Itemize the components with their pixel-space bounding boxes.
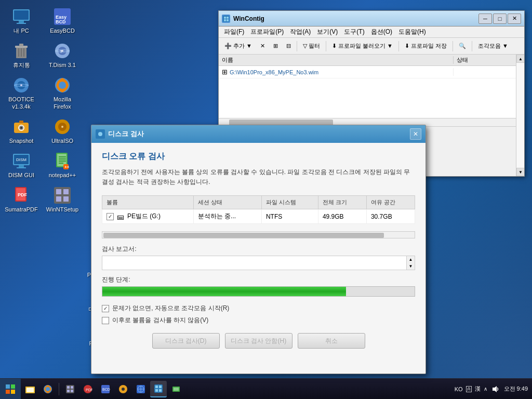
volume-checkbox[interactable] — [107, 213, 114, 220]
scroll-up-button[interactable]: ▲ — [516, 55, 524, 63]
svg-rect-75 — [6, 384, 10, 389]
minimize-button[interactable]: ─ — [478, 14, 492, 24]
checkbox-auto-defrag: 문제가 없으면, 자동으로 조각모음 시작(R) — [102, 304, 415, 313]
scroll-track — [516, 63, 524, 168]
svg-rect-3 — [17, 23, 26, 24]
taskbar-app1[interactable] — [62, 381, 78, 397]
desktop-icon-easybcd[interactable]: EasyBCD EasyBCD — [44, 5, 81, 36]
firefox-label: MozillaFirefox — [54, 96, 71, 110]
table-row: 🖴 PE빌드 (G:) 분석하는 중... NTFS 49.9GB 30.7GB — [102, 209, 415, 224]
toolbar-sep1 — [297, 41, 297, 51]
taskbar-app7[interactable] — [168, 381, 184, 397]
dialog-section-title: 디스크 오류 검사 — [102, 151, 415, 162]
menu-view[interactable]: 보기(V) — [314, 26, 341, 37]
sumatra-label: SumatraPDF — [5, 206, 38, 213]
defrag-label: 조각모음 ▼ — [478, 42, 508, 50]
desktop-icon-ultraiso[interactable]: UltraISO — [44, 115, 81, 147]
toolbar-add-button[interactable]: ➕ 추가 ▼ — [221, 39, 256, 53]
vertical-scrollbar[interactable]: ▲ ▼ — [516, 55, 524, 176]
svg-point-74 — [98, 132, 102, 136]
toolbar-save-profile-button[interactable]: ⬇ 프로파일 저장 — [401, 39, 450, 53]
checkbox-no-scan: 이후로 볼륨을 검사를 하지 않음(V) — [102, 316, 415, 325]
wincontig-title: WinContig — [233, 15, 475, 22]
toolbar-search-button[interactable]: 🔍 — [455, 39, 470, 53]
desktop-icon-notepad[interactable]: ++ notepad++ — [44, 150, 81, 181]
auto-defrag-checkbox[interactable] — [102, 305, 109, 312]
toolbar-sep3 — [398, 41, 399, 51]
taskbar-file-explorer[interactable] — [22, 381, 38, 397]
svg-rect-21 — [19, 165, 24, 167]
desktop-icon-trash[interactable]: 휴지통 — [3, 39, 40, 71]
sumatra-icon: PDF — [12, 186, 31, 205]
taskbar-firefox[interactable] — [39, 381, 56, 397]
desktop-icon-firefox[interactable]: MozillaFirefox — [44, 74, 81, 112]
svg-rect-86 — [71, 386, 73, 389]
menu-options[interactable]: 옵션(O) — [368, 26, 395, 37]
desktop-icon-my-pc[interactable]: 내 PC — [3, 5, 40, 36]
lang-ko[interactable]: KO — [455, 386, 463, 392]
svg-rect-105 — [174, 388, 179, 391]
ime-indicator[interactable]: 🄰 — [466, 386, 472, 392]
tray-expand[interactable]: ∧ — [484, 386, 487, 392]
menu-task[interactable]: 작업(A) — [287, 26, 314, 37]
bootice-label: BOOTICEv1.3.4k — [8, 96, 34, 110]
toolbar-load-profile-button[interactable]: ⬇ 프로파일 불러오기 ▼ — [328, 39, 396, 53]
cancel-button[interactable]: 취소 — [298, 333, 365, 349]
toolbar-defrag-button[interactable]: 조각모음 ▼ — [474, 39, 512, 53]
start-button[interactable] — [0, 379, 21, 400]
menu-help[interactable]: 도움말(H) — [395, 26, 429, 37]
ime-chinese[interactable]: 漢 — [475, 385, 481, 393]
svg-rect-77 — [6, 390, 10, 394]
taskbar-app4[interactable] — [115, 381, 131, 397]
stop-button[interactable]: 디스크 검사 안함(H) — [225, 333, 292, 349]
vol-name-cell: 🖴 PE빌드 (G:) — [102, 209, 194, 224]
progress-label: 진행 단계: — [102, 275, 415, 284]
desktop-icon-sumatra[interactable]: PDF SumatraPDF — [3, 184, 40, 215]
desktop-icon-snapshot[interactable]: Snapshot — [3, 115, 40, 147]
report-scroll-up[interactable]: ▲ — [407, 256, 415, 263]
list-body: ⊞ G:\Win10Pro_x86_MyPE_No3.wim — [219, 66, 516, 118]
dialog-close-button[interactable]: ✕ — [410, 128, 421, 140]
desktop-icon-dism[interactable]: DISM DISM GUI — [3, 150, 40, 181]
close-button[interactable]: ✕ — [508, 14, 521, 24]
desktop-icon-bootice[interactable]: BOOTICEv1.3.4k — [3, 74, 40, 112]
col-free-space: 여유 공간 — [366, 196, 415, 209]
menu-profile[interactable]: 프로파일(P) — [247, 26, 287, 37]
table-hscrollbar[interactable] — [102, 231, 415, 238]
svg-text:BCD: BCD — [56, 19, 66, 24]
toolbar-remove-button[interactable]: ✕ — [257, 39, 269, 53]
drive-icon: 🖴 — [117, 212, 124, 221]
menu-tools[interactable]: 도구(T) — [341, 26, 367, 37]
file-path: G:\Win10Pro_x86_MyPE_No3.wim — [230, 69, 318, 75]
desktop-icon-tdism[interactable]: T T.Dism 3.1 — [44, 39, 81, 71]
desktop-icon-winntsetup[interactable]: WinNTSetup — [44, 184, 81, 215]
file-name-cell: ⊞ G:\Win10Pro_x86_MyPE_No3.wim — [219, 68, 454, 76]
scroll-down-button[interactable]: ▼ — [516, 168, 524, 176]
svg-rect-1 — [14, 10, 29, 20]
snapshot-icon — [12, 117, 31, 136]
svg-text:BCD: BCD — [102, 388, 110, 391]
report-scroll-down[interactable]: ▼ — [407, 263, 415, 270]
volume-icon[interactable] — [490, 384, 501, 394]
taskbar-app2[interactable]: PDF — [79, 381, 96, 397]
report-input[interactable]: ▲ ▼ — [102, 256, 415, 270]
toolbar-grid2-button[interactable]: ⊟ — [283, 39, 295, 53]
disk-check-button[interactable]: 디스크 검사(D) — [152, 333, 220, 349]
report-label: 검사 보고서: — [102, 245, 415, 254]
maximize-button[interactable]: □ — [493, 14, 507, 24]
taskbar-wincontig[interactable] — [150, 381, 167, 397]
tdism-icon: T — [53, 42, 72, 60]
taskbar-app5[interactable] — [132, 381, 149, 397]
toolbar-filter-button[interactable]: ▽ 필터 — [299, 39, 324, 53]
svg-text:++: ++ — [64, 165, 70, 169]
svg-text:PDF: PDF — [18, 192, 28, 197]
no-scan-checkbox[interactable] — [102, 317, 109, 324]
grid2-icon: ⊟ — [286, 43, 291, 49]
svg-rect-22 — [17, 167, 26, 168]
svg-rect-88 — [71, 390, 73, 392]
taskbar-app3[interactable]: BCD — [97, 381, 114, 397]
menu-file[interactable]: 파일(F) — [221, 26, 247, 37]
firefox-icon — [53, 76, 72, 95]
toolbar-grid1-button[interactable]: ⊞ — [270, 39, 282, 53]
table-row[interactable]: ⊞ G:\Win10Pro_x86_MyPE_No3.wim — [219, 66, 516, 78]
